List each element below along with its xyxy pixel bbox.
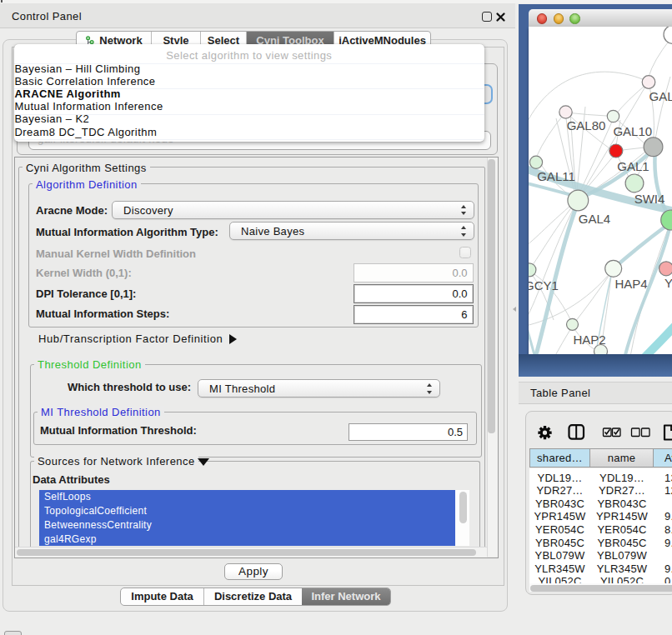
svg-text:GAL80: GAL80 bbox=[567, 118, 606, 132]
svg-text:YJR: YJR bbox=[664, 276, 672, 290]
svg-text:HAP2: HAP2 bbox=[573, 332, 605, 347]
svg-text:GAL1: GAL1 bbox=[617, 159, 649, 173]
svg-text:GAL11: GAL11 bbox=[537, 169, 575, 183]
svg-text:GAL10: GAL10 bbox=[613, 124, 652, 138]
svg-text:GCY1: GCY1 bbox=[529, 278, 559, 292]
svg-text:HAP4: HAP4 bbox=[614, 277, 647, 291]
svg-text:SWI4: SWI4 bbox=[634, 192, 665, 206]
svg-text:GAL4: GAL4 bbox=[579, 212, 610, 226]
svg-text:GAL7: GAL7 bbox=[649, 89, 672, 103]
